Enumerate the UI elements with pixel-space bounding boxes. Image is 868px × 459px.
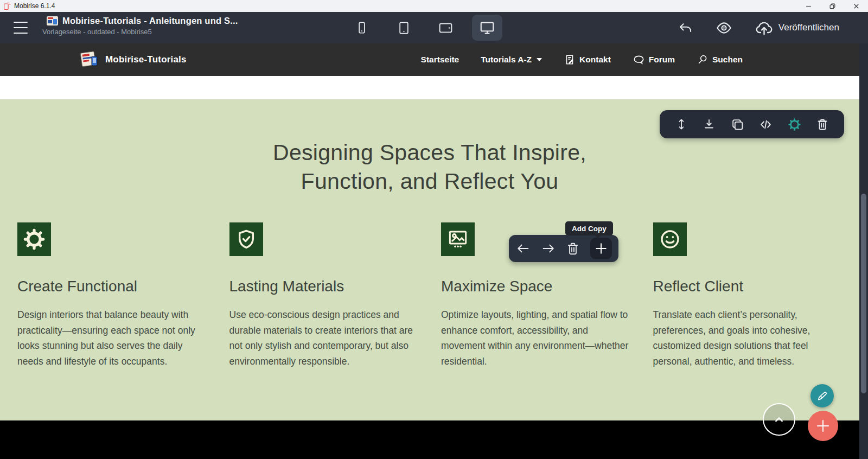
delete-item-icon[interactable]	[566, 241, 580, 256]
next-block	[0, 420, 859, 459]
device-tablet-landscape-icon[interactable]	[430, 15, 461, 41]
restore-button[interactable]	[820, 0, 844, 12]
add-copy-tooltip: Add Copy	[565, 221, 613, 235]
feature-title: Lasting Materials	[229, 278, 419, 295]
add-copy-icon[interactable]	[590, 238, 612, 259]
site-brand-name: Mobirise-Tutorials	[105, 54, 187, 65]
app-toolbar: Mobirise-Tutorials - Anleitungen und S..…	[0, 12, 868, 43]
add-block-button[interactable]	[808, 411, 838, 441]
device-smartphone-icon[interactable]	[347, 15, 377, 41]
gear-icon	[17, 222, 51, 256]
mobirise-app-icon	[3, 2, 11, 10]
project-subtitle: Vorlageseite - outdated - Mobirise5	[42, 28, 238, 36]
preview-eye-icon[interactable]	[716, 20, 732, 36]
chat-bubble-icon	[633, 54, 645, 66]
feature-title: Reflect Client	[653, 278, 843, 295]
scroll-to-top-button[interactable]	[763, 403, 795, 436]
chevron-up-icon	[771, 411, 787, 428]
site-logo	[78, 50, 100, 69]
move-left-icon[interactable]	[515, 241, 531, 256]
resize-vertical-icon[interactable]	[675, 118, 688, 131]
image-icon	[441, 222, 475, 256]
feature-text: Translate each client’s personality, pre…	[653, 307, 843, 369]
move-right-icon[interactable]	[541, 241, 556, 256]
block-toolbar	[660, 110, 844, 138]
project-info[interactable]: Mobirise-Tutorials - Anleitungen und S..…	[42, 16, 238, 36]
publish-label: Veröffentlichen	[778, 22, 839, 33]
window-title: Mobirise 6.1.4	[14, 2, 55, 10]
hamburger-menu-icon[interactable]	[14, 22, 28, 34]
delete-block-icon[interactable]	[816, 118, 829, 131]
mobirise-app-window: Mobirise 6.1.4	[0, 0, 868, 459]
undo-icon[interactable]	[678, 21, 693, 35]
previous-block-edge	[0, 76, 859, 99]
chevron-down-icon	[537, 58, 542, 61]
project-title: Mobirise-Tutorials - Anleitungen und S..…	[62, 16, 238, 26]
nav-item-suchen[interactable]: Suchen	[697, 54, 743, 66]
device-desktop-icon[interactable]	[472, 15, 502, 41]
style-brush-button[interactable]	[810, 384, 834, 407]
site-navbar: Mobirise-Tutorials Startseite Tutorials …	[0, 43, 859, 76]
paintbrush-icon	[816, 390, 829, 403]
scrollbar-thumb[interactable]	[861, 194, 866, 393]
publish-button[interactable]: Veröffentlichen	[755, 19, 839, 37]
feature-title: Create Functional	[17, 278, 207, 295]
feature-text: Optimize layouts, lighting, and spatial …	[441, 307, 630, 369]
nav-item-kontakt[interactable]: Kontakt	[564, 54, 611, 66]
features-grid: Create Functional Design interiors that …	[17, 222, 842, 369]
shield-check-icon	[229, 222, 263, 256]
features-block[interactable]: Designing Spaces That Inspire, Function,…	[0, 99, 859, 420]
nav-item-forum[interactable]: Forum	[633, 54, 675, 66]
device-preview-switcher	[347, 15, 502, 41]
feature-text: Use eco-conscious design practices and d…	[229, 307, 419, 369]
feature-card-create-functional[interactable]: Create Functional Design interiors that …	[17, 222, 207, 369]
contact-form-icon	[564, 54, 576, 66]
close-button[interactable]	[844, 0, 868, 12]
feature-text: Design interiors that balance beauty wit…	[17, 307, 207, 369]
smiley-icon	[653, 222, 687, 256]
save-block-icon[interactable]	[703, 118, 716, 131]
feature-card-lasting-materials[interactable]: Lasting Materials Use eco-conscious desi…	[229, 222, 419, 369]
page-thumbnail-icon	[47, 16, 58, 25]
window-titlebar: Mobirise 6.1.4	[0, 0, 868, 12]
site-nav-items: Startseite Tutorials A-Z	[421, 54, 743, 66]
preview-scrollbar[interactable]	[859, 43, 868, 459]
cloud-upload-icon	[755, 19, 773, 37]
feature-card-reflect-client[interactable]: Reflect Client Translate each client’s p…	[653, 222, 843, 369]
nav-item-tutorials[interactable]: Tutorials A-Z	[481, 55, 542, 65]
feature-title: Maximize Space	[441, 278, 630, 295]
search-icon	[697, 54, 709, 66]
hero-title[interactable]: Designing Spaces That Inspire, Function,…	[0, 138, 859, 196]
page-preview: Mobirise-Tutorials Startseite Tutorials …	[0, 43, 868, 459]
minimize-button[interactable]	[796, 0, 820, 12]
site-brand[interactable]: Mobirise-Tutorials	[78, 50, 187, 69]
duplicate-block-icon[interactable]	[731, 118, 744, 131]
item-toolbar	[509, 235, 618, 262]
device-tablet-portrait-icon[interactable]	[388, 15, 419, 41]
plus-icon	[814, 417, 832, 435]
edit-code-icon[interactable]	[759, 118, 773, 131]
block-settings-gear-icon[interactable]	[788, 118, 801, 131]
nav-item-startseite[interactable]: Startseite	[421, 55, 459, 65]
